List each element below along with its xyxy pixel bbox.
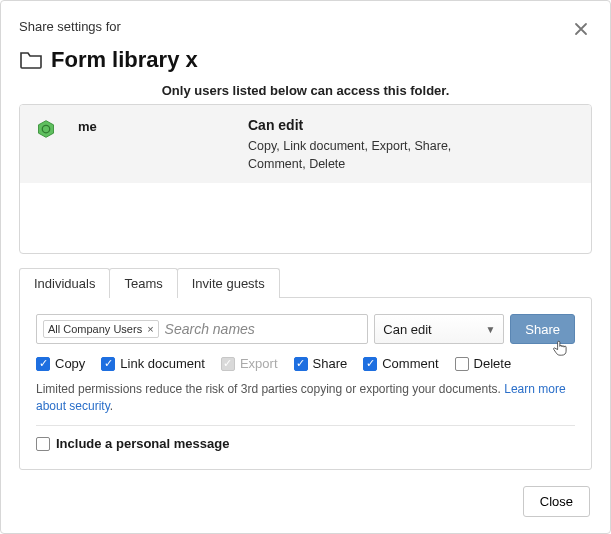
page-title: Form library x bbox=[51, 47, 198, 73]
tab-invite-guests[interactable]: Invite guests bbox=[177, 268, 280, 298]
checkbox-link-document[interactable]: ✓ Link document bbox=[101, 356, 205, 371]
user-row: me Can edit Copy, Link document, Export,… bbox=[20, 105, 591, 183]
checkbox-icon bbox=[36, 437, 50, 451]
checkbox-label: Share bbox=[313, 356, 348, 371]
checkbox-label: Copy bbox=[55, 356, 85, 371]
cursor-icon bbox=[552, 339, 568, 357]
chip-remove-icon[interactable]: × bbox=[147, 323, 153, 335]
title-row: Form library x bbox=[19, 47, 592, 73]
dialog-footer: Close bbox=[19, 486, 590, 517]
user-perm-detail: Copy, Link document, Export, Share, Comm… bbox=[248, 137, 508, 173]
checkbox-label: Link document bbox=[120, 356, 205, 371]
checkbox-share[interactable]: ✓ Share bbox=[294, 356, 348, 371]
checkbox-comment[interactable]: ✓ Comment bbox=[363, 356, 438, 371]
tab-body: All Company Users × Can edit ▼ Share bbox=[19, 297, 592, 470]
checkbox-icon: ✓ bbox=[101, 357, 115, 371]
tabs: Individuals Teams Invite guests bbox=[19, 268, 592, 298]
chip-all-company-users[interactable]: All Company Users × bbox=[43, 320, 159, 338]
avatar bbox=[34, 117, 58, 173]
checkbox-label: Comment bbox=[382, 356, 438, 371]
tabs-region: Individuals Teams Invite guests All Comp… bbox=[19, 268, 592, 470]
tab-individuals[interactable]: Individuals bbox=[19, 268, 110, 298]
svg-marker-0 bbox=[39, 121, 54, 138]
checkbox-icon: ✓ bbox=[294, 357, 308, 371]
helper-text: Limited permissions reduce the risk of 3… bbox=[36, 381, 575, 415]
checkbox-icon: ✓ bbox=[363, 357, 377, 371]
access-subtitle: Only users listed below can access this … bbox=[19, 83, 592, 98]
user-perm-title: Can edit bbox=[248, 117, 577, 133]
user-name: me bbox=[78, 117, 228, 173]
share-dialog: Share settings for Form library x Only u… bbox=[0, 0, 611, 534]
chip-label: All Company Users bbox=[48, 323, 142, 335]
helper-text-body: Limited permissions reduce the risk of 3… bbox=[36, 382, 504, 396]
pretitle: Share settings for bbox=[19, 19, 121, 34]
period: . bbox=[110, 399, 113, 413]
users-panel: me Can edit Copy, Link document, Export,… bbox=[19, 104, 592, 254]
checkbox-label: Export bbox=[240, 356, 278, 371]
search-box[interactable]: All Company Users × bbox=[36, 314, 368, 344]
close-icon[interactable] bbox=[570, 19, 592, 41]
checkbox-delete[interactable]: Delete bbox=[455, 356, 512, 371]
folder-icon bbox=[19, 49, 43, 72]
personal-message-label: Include a personal message bbox=[56, 436, 229, 451]
close-button[interactable]: Close bbox=[523, 486, 590, 517]
dialog-header: Share settings for bbox=[19, 19, 592, 41]
share-button-label: Share bbox=[525, 322, 560, 337]
checkbox-label: Delete bbox=[474, 356, 512, 371]
checkbox-icon: ✓ bbox=[36, 357, 50, 371]
search-row: All Company Users × Can edit ▼ Share bbox=[36, 314, 575, 344]
share-button[interactable]: Share bbox=[510, 314, 575, 344]
divider bbox=[36, 425, 575, 426]
checkbox-icon: ✓ bbox=[221, 357, 235, 371]
permission-checkboxes: ✓ Copy ✓ Link document ✓ Export ✓ Share … bbox=[36, 356, 575, 371]
tab-teams[interactable]: Teams bbox=[109, 268, 177, 298]
chevron-down-icon: ▼ bbox=[485, 324, 495, 335]
user-permission: Can edit Copy, Link document, Export, Sh… bbox=[248, 117, 577, 173]
checkbox-icon bbox=[455, 357, 469, 371]
checkbox-export: ✓ Export bbox=[221, 356, 278, 371]
permission-select-value: Can edit bbox=[383, 322, 431, 337]
permission-select[interactable]: Can edit ▼ bbox=[374, 314, 504, 344]
search-input[interactable] bbox=[159, 317, 362, 341]
include-personal-message[interactable]: Include a personal message bbox=[36, 436, 575, 451]
checkbox-copy[interactable]: ✓ Copy bbox=[36, 356, 85, 371]
